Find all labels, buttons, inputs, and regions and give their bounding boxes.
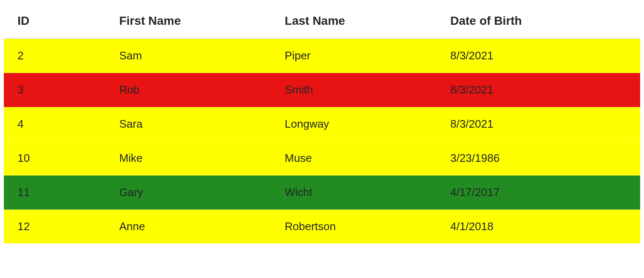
cell-dob: 4/1/2018 <box>437 210 641 244</box>
table-row[interactable]: 11GaryWicht4/17/2017 <box>4 176 641 210</box>
cell-last-name: Piper <box>271 38 437 73</box>
table-row[interactable]: 2SamPiper8/3/2021 <box>4 38 641 73</box>
cell-last-name: Longway <box>271 107 437 141</box>
cell-id: 2 <box>4 38 106 73</box>
header-dob[interactable]: Date of Birth <box>437 4 641 39</box>
header-first-name[interactable]: First Name <box>105 4 271 39</box>
cell-dob: 8/3/2021 <box>437 73 641 107</box>
cell-dob: 8/3/2021 <box>437 107 641 141</box>
table-row[interactable]: 4SaraLongway8/3/2021 <box>4 107 641 141</box>
cell-first-name: Anne <box>105 210 271 244</box>
cell-dob: 3/23/1986 <box>437 141 641 176</box>
cell-id: 10 <box>4 141 106 176</box>
cell-id: 3 <box>4 73 106 107</box>
table-header: ID First Name Last Name Date of Birth <box>4 4 641 39</box>
cell-last-name: Robertson <box>271 210 437 244</box>
table-row[interactable]: 3RobSmith8/3/2021 <box>4 73 641 107</box>
cell-dob: 4/17/2017 <box>437 176 641 210</box>
table-row[interactable]: 10MikeMuse3/23/1986 <box>4 141 641 176</box>
cell-first-name: Sara <box>105 107 271 141</box>
data-table: ID First Name Last Name Date of Birth 2S… <box>3 3 641 244</box>
cell-last-name: Smith <box>271 73 437 107</box>
cell-first-name: Rob <box>105 73 271 107</box>
header-id[interactable]: ID <box>4 4 106 39</box>
cell-first-name: Sam <box>105 38 271 73</box>
cell-id: 12 <box>4 210 106 244</box>
cell-last-name: Wicht <box>271 176 437 210</box>
cell-dob: 8/3/2021 <box>437 38 641 73</box>
cell-last-name: Muse <box>271 141 437 176</box>
header-last-name[interactable]: Last Name <box>271 4 437 39</box>
cell-id: 4 <box>4 107 106 141</box>
table-body: 2SamPiper8/3/20213RobSmith8/3/20214SaraL… <box>4 38 641 244</box>
table-row[interactable]: 12AnneRobertson4/1/2018 <box>4 210 641 244</box>
cell-first-name: Gary <box>105 176 271 210</box>
cell-first-name: Mike <box>105 141 271 176</box>
cell-id: 11 <box>4 176 106 210</box>
